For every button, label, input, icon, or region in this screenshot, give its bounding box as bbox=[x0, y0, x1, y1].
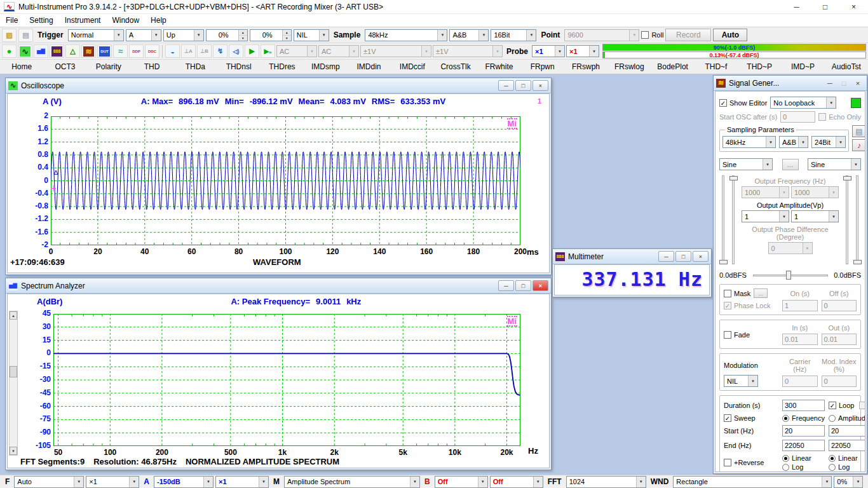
loopback-combo[interactable]: No Loopback▼ bbox=[770, 97, 836, 109]
oscilloscope-plot[interactable]: Mi ms 21.61.20.80.40-0.4-0.8-1.2-1.6-202… bbox=[51, 116, 520, 245]
window-function-combo[interactable]: Rectangle▼ bbox=[673, 476, 832, 488]
scroll-down-icon[interactable]: ▼ bbox=[10, 447, 17, 455]
waveform-b-combo[interactable]: Sine▼ bbox=[808, 158, 861, 170]
show-editor-checkbox[interactable]: ✓Show Editor bbox=[719, 99, 767, 107]
oscilloscope-minimize-button[interactable]: ─ bbox=[498, 80, 514, 91]
tab-frwhite[interactable]: FRwhite bbox=[477, 60, 520, 74]
spectrum-titlebar[interactable]: ▅▇ Spectrum Analyzer ─ □ × bbox=[6, 278, 551, 294]
sweep-amplitude-radio[interactable]: Amplitude bbox=[829, 414, 865, 422]
frequency-axis-combo[interactable]: Auto▼ bbox=[14, 476, 84, 488]
tab-imd-p[interactable]: IMD~P bbox=[781, 60, 824, 74]
menu-file[interactable]: File bbox=[0, 16, 24, 25]
tab-thda[interactable]: THDa bbox=[173, 60, 217, 74]
sweep-a-linear-radio[interactable]: Linear bbox=[782, 454, 825, 462]
spectrum-scrollbar[interactable]: ▲ ▼ bbox=[9, 311, 18, 456]
b-level-slider[interactable] bbox=[846, 175, 848, 264]
tab-imdsmp[interactable]: IMDsmp bbox=[304, 60, 347, 74]
a-level-slider[interactable] bbox=[732, 175, 735, 264]
tab-frswlog[interactable]: FRswlog bbox=[607, 60, 651, 74]
auto-button[interactable]: Auto bbox=[713, 29, 747, 41]
a-outer-slider[interactable] bbox=[722, 175, 724, 264]
tab-frpwn[interactable]: FRpwn bbox=[521, 60, 564, 74]
maximize-button[interactable]: □ bbox=[811, 0, 839, 13]
siggen-channels-combo[interactable]: A&B▼ bbox=[779, 136, 808, 148]
amplitude-a-combo[interactable]: 1▼ bbox=[742, 210, 789, 222]
b-range-combo[interactable]: Off▼ bbox=[435, 476, 488, 488]
tab-home[interactable]: Home bbox=[0, 60, 43, 74]
trigger-level-spinner[interactable]: 0%▲▼ bbox=[206, 29, 248, 41]
spectrum-close-button[interactable]: × bbox=[532, 280, 548, 291]
menu-setting[interactable]: Setting bbox=[24, 16, 58, 25]
derived-data-curve-icon[interactable]: ≈ bbox=[113, 44, 128, 58]
zero-a-icon[interactable]: ⊥A bbox=[181, 44, 196, 58]
sampling-channels-combo[interactable]: A&B▼ bbox=[449, 29, 489, 41]
scroll-thumb[interactable] bbox=[10, 366, 17, 377]
a-mult-combo[interactable]: ×1▼ bbox=[215, 476, 269, 488]
oscilloscope-titlebar[interactable]: ∿ Oscilloscope ─ □ × bbox=[6, 78, 551, 93]
modulation-combo[interactable]: NIL▼ bbox=[724, 375, 758, 387]
play-icon[interactable]: ▶ bbox=[245, 44, 259, 58]
save-signal-button[interactable]: ▤ bbox=[852, 125, 865, 137]
mask-checkbox[interactable]: Mask bbox=[724, 290, 750, 297]
main-titlebar[interactable]: ∿ Multi-Instrument Pro 3.9.14.2 - [+3DP+… bbox=[0, 0, 868, 14]
menu-help[interactable]: Help bbox=[145, 16, 172, 25]
menu-instrument[interactable]: Instrument bbox=[59, 16, 107, 25]
tab-oct3[interactable]: OCT3 bbox=[43, 60, 86, 74]
reverse-checkbox[interactable]: +Reverse bbox=[724, 459, 778, 466]
zero-b-icon[interactable]: ⊥B bbox=[197, 44, 212, 58]
ddc-icon[interactable]: DDC bbox=[145, 44, 159, 58]
tab-imddin[interactable]: IMDdin bbox=[347, 60, 390, 74]
tab-thdres[interactable]: THDres bbox=[261, 60, 304, 74]
siggen-minimize-button[interactable]: ─ bbox=[824, 78, 836, 88]
sweep-start-a-input[interactable]: 20 bbox=[782, 425, 825, 437]
sweep-end-b-input[interactable]: 22050 bbox=[829, 440, 865, 451]
oscilloscope-icon[interactable]: ∿ bbox=[18, 44, 32, 58]
spin-up-icon[interactable]: ▲ bbox=[283, 30, 291, 36]
sound-device-icon[interactable]: ◒ bbox=[165, 44, 180, 58]
trigger-edge-combo[interactable]: Up▼ bbox=[163, 29, 204, 41]
ddp-viewer-icon[interactable]: DDP bbox=[129, 44, 144, 58]
open-file-button[interactable]: ▨ bbox=[2, 29, 17, 42]
trigger-mode-combo[interactable]: Normal▼ bbox=[68, 29, 124, 41]
spinner-buttons[interactable]: ▲▼ bbox=[282, 30, 291, 41]
probe-a-combo[interactable]: ×1▼ bbox=[532, 45, 565, 57]
tab-thd-p[interactable]: THD~P bbox=[738, 60, 781, 74]
frequency-mult-combo[interactable]: ×1▼ bbox=[86, 476, 139, 488]
display-mode-combo[interactable]: Amplitude Spectrum▼ bbox=[284, 476, 420, 488]
spectrum-3d-plot-icon[interactable]: △ bbox=[65, 44, 80, 58]
run-icon[interactable]: ● bbox=[2, 44, 17, 58]
b-outer-slider[interactable] bbox=[856, 175, 858, 264]
tab-frswph[interactable]: FRswph bbox=[564, 60, 607, 74]
multimeter-close-button[interactable]: × bbox=[693, 251, 709, 262]
spectrum-analyzer-icon[interactable]: ▅▇ bbox=[34, 44, 48, 58]
multimeter-minimize-button[interactable]: ─ bbox=[658, 251, 674, 262]
siggen-close-button[interactable]: × bbox=[851, 78, 864, 88]
a-range-combo[interactable]: -150dB▼ bbox=[154, 476, 214, 488]
siggen-rate-combo[interactable]: 48kHz▼ bbox=[722, 136, 776, 148]
trigger-filter-combo[interactable]: NIL▼ bbox=[294, 29, 329, 41]
oscilloscope-close-button[interactable]: × bbox=[532, 80, 548, 91]
sweep-start-b-input[interactable]: 20 bbox=[829, 425, 865, 437]
probe-b-combo[interactable]: ×1▼ bbox=[566, 45, 599, 57]
device-test-plan-icon[interactable]: DUT bbox=[97, 44, 112, 58]
overlap-combo[interactable]: 0%▼ bbox=[834, 476, 863, 488]
spin-down-icon[interactable]: ▼ bbox=[283, 36, 291, 41]
tab-thdnsl[interactable]: THDnsl bbox=[217, 60, 260, 74]
fft-size-combo[interactable]: 1024▼ bbox=[566, 476, 646, 488]
spectrum-plot[interactable]: Mi Hz 4530150-15-30-45-60-75-90-10550100… bbox=[53, 314, 520, 446]
spectrum-minimize-button[interactable]: ─ bbox=[498, 280, 514, 291]
spin-down-icon[interactable]: ▼ bbox=[239, 36, 247, 41]
sweep-end-a-input[interactable]: 22050 bbox=[782, 440, 825, 451]
amplitude-b-combo[interactable]: 1▼ bbox=[791, 210, 839, 222]
waveform-a-combo[interactable]: Sine▼ bbox=[719, 158, 773, 170]
sweep-b-log-radio[interactable]: Log bbox=[829, 463, 865, 471]
signal-generator-icon[interactable]: ≋ bbox=[81, 44, 96, 58]
tab-thd[interactable]: THD bbox=[130, 60, 173, 74]
sampling-rate-combo[interactable]: 48kHz▼ bbox=[365, 29, 447, 41]
spectrum-restore-button[interactable]: □ bbox=[515, 280, 531, 291]
probe-calibration-icon[interactable]: ↯ bbox=[213, 44, 227, 58]
note-signal-button[interactable]: ♪ bbox=[852, 139, 865, 151]
duration-input[interactable]: 300 bbox=[782, 400, 825, 411]
sweep-frequency-radio[interactable]: Frequency bbox=[782, 414, 825, 422]
speaker-icon[interactable]: ◁) bbox=[229, 44, 243, 58]
